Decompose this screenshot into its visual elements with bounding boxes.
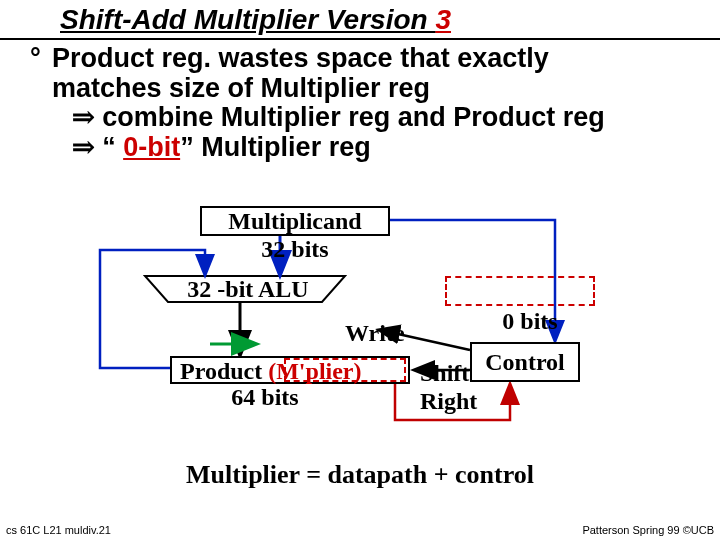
- zero-bits-dashed-box: [445, 276, 595, 306]
- zero-bits-label: 0 bits: [485, 308, 575, 335]
- title-version: 3: [435, 4, 451, 35]
- degree-icon: °: [30, 44, 52, 74]
- arrow-icon: ⇒: [72, 102, 95, 132]
- product-label: Product: [180, 358, 262, 384]
- footer-right: Patterson Spring 99 ©UCB: [582, 524, 714, 536]
- multiplicand-label: Multiplicand: [228, 208, 361, 234]
- bullet-line2: combine Multiplier reg and Product reg: [95, 102, 605, 132]
- bullet-line1b: matches size of Multiplier reg: [52, 73, 430, 103]
- mplier-dashed-box: [284, 358, 406, 382]
- multiplicand-box: Multiplicand: [200, 206, 390, 236]
- bullet-line3b: 0-bit: [123, 132, 180, 162]
- diagram-caption: Multiplier = datapath + control: [0, 460, 720, 490]
- write-label: Write: [345, 320, 435, 347]
- title-pre: Shift-Add Multiplier Version: [60, 4, 435, 35]
- control-label: Control: [485, 349, 565, 375]
- bullet-line3c: ” Multiplier reg: [180, 132, 371, 162]
- title-rule: [0, 38, 720, 40]
- alu-label: 32 -bit ALU: [148, 276, 348, 303]
- slide-title: Shift-Add Multiplier Version 3: [60, 4, 451, 36]
- control-box: Control: [470, 342, 580, 382]
- bullet-line3a: “: [95, 132, 124, 162]
- bullet-block: °Product reg. wastes space that exactly …: [30, 44, 710, 163]
- arrow-icon: ⇒: [72, 132, 95, 162]
- product-bits: 64 bits: [190, 384, 340, 411]
- shift-label-b: Right: [420, 388, 510, 415]
- bullet-line1a: Product reg. wastes space that exactly: [52, 43, 549, 73]
- footer-left: cs 61C L21 muldiv.21: [6, 524, 111, 536]
- multiplicand-bits: 32 bits: [200, 236, 390, 263]
